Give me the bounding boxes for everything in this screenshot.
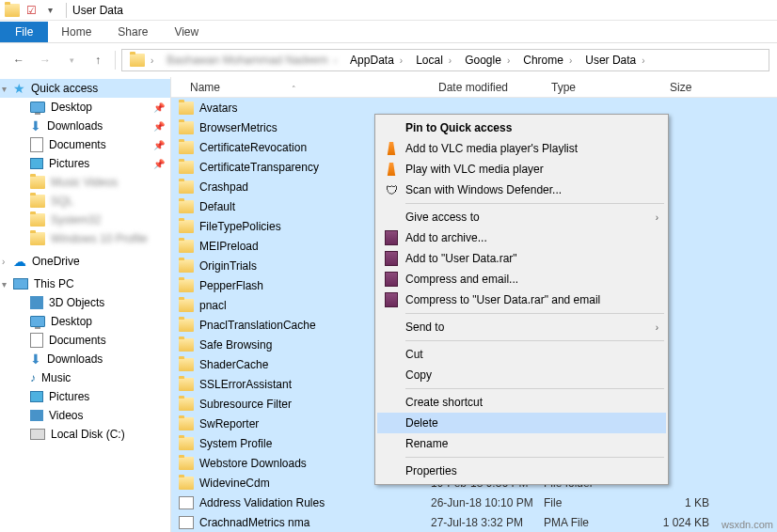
context-menu-item[interactable]: Copy: [377, 365, 666, 385]
folder-icon: [179, 477, 194, 490]
sidebar-item-blur-1[interactable]: SQL: [0, 192, 170, 211]
context-menu-item[interactable]: Create shortcut: [377, 392, 666, 413]
breadcrumb-segment-3[interactable]: Google›: [459, 50, 517, 70]
breadcrumb-segment-0[interactable]: Bashawan Mohammad Nadeem›: [161, 50, 344, 70]
file-name: CrachnadMetrics nma: [199, 516, 309, 529]
sidebar-item-music[interactable]: ♪Music: [0, 368, 170, 387]
disk-icon: [30, 429, 45, 440]
sidebar-item-this-pc[interactable]: ▾This PC: [0, 274, 170, 293]
sidebar-item-desktop[interactable]: Desktop📌: [0, 98, 170, 117]
context-menu-label: Add to VLC media player's Playlist: [405, 142, 578, 155]
folder-icon: [179, 161, 194, 174]
tab-share[interactable]: Share: [104, 22, 161, 42]
pin-icon: 📌: [153, 102, 165, 113]
qat-save-icon[interactable]: ☑: [23, 2, 40, 19]
sidebar-item-pc-documents[interactable]: Documents: [0, 331, 170, 350]
tab-home[interactable]: Home: [48, 22, 104, 42]
sidebar-item-onedrive[interactable]: ›OneDrive: [0, 252, 170, 271]
downloads-icon: ⬇: [30, 118, 41, 133]
column-header-type[interactable]: Type: [544, 81, 662, 94]
column-header-size[interactable]: Size: [662, 81, 719, 94]
context-menu-item[interactable]: Pin to Quick access: [377, 117, 666, 138]
qat-dropdown-icon[interactable]: ▾: [41, 2, 58, 19]
sidebar-item-pictures[interactable]: Pictures📌: [0, 154, 170, 173]
context-menu-item[interactable]: Give access to›: [377, 207, 666, 227]
sidebar-item-blur-3[interactable]: Windows 10 Profile: [0, 229, 170, 248]
documents-icon: [30, 333, 43, 348]
sidebar-item-blur-0[interactable]: Music Videos: [0, 173, 170, 192]
chevron-right-icon[interactable]: ›: [2, 257, 5, 267]
column-header-name[interactable]: Name˄: [171, 81, 431, 94]
context-menu-item[interactable]: Scan with Windows Defender...: [377, 180, 666, 200]
context-menu-item[interactable]: Compress and email...: [377, 269, 666, 289]
file-row[interactable]: Address Validation Rules26-Jun-18 10:10 …: [171, 493, 777, 512]
sidebar-item-documents[interactable]: Documents📌: [0, 135, 170, 154]
context-menu-label: Properties: [405, 464, 457, 477]
vlc-icon: [383, 161, 400, 178]
breadcrumb-segment-5[interactable]: User Data›: [579, 50, 652, 70]
file-icon: [4, 2, 21, 19]
breadcrumb[interactable]: › Bashawan Mohammad Nadeem› AppData› Loc…: [121, 49, 769, 71]
sidebar-item-quick-access[interactable]: ▾ ★ Quick access: [0, 79, 170, 98]
file-row[interactable]: CrachnadMetrics nma27-Jul-18 3:32 PMPMA …: [171, 512, 777, 532]
context-menu-item[interactable]: Add to archive...: [377, 227, 666, 248]
sidebar-item-local-disk[interactable]: Local Disk (C:): [0, 425, 170, 444]
breadcrumb-segment-2[interactable]: Local›: [410, 50, 459, 70]
tab-view[interactable]: View: [161, 22, 212, 42]
file-name: Address Validation Rules: [199, 496, 325, 509]
column-header-date[interactable]: Date modified: [431, 81, 544, 94]
sidebar-item-videos[interactable]: Videos: [0, 406, 170, 425]
context-menu-item[interactable]: Delete: [377, 413, 666, 433]
context-menu-item[interactable]: Compress to "User Data.rar" and email: [377, 289, 666, 310]
breadcrumb-segment-4[interactable]: Chrome›: [517, 50, 579, 70]
context-menu-item[interactable]: Rename: [377, 433, 666, 454]
forward-button[interactable]: →: [34, 49, 56, 71]
context-menu-item[interactable]: Properties: [377, 461, 666, 481]
sidebar-item-downloads[interactable]: ⬇Downloads📌: [0, 117, 170, 135]
file-name: Crashpad: [199, 180, 248, 194]
tab-file[interactable]: File: [0, 22, 48, 42]
shield-icon: [383, 181, 400, 198]
chevron-down-icon[interactable]: ▾: [2, 279, 7, 289]
file-name: Avatars: [199, 102, 237, 115]
breadcrumb-segment-1[interactable]: AppData›: [344, 50, 410, 70]
context-menu-item[interactable]: Play with VLC media player: [377, 159, 666, 180]
file-name: PepperFlash: [199, 279, 263, 292]
pin-icon: 📌: [153, 159, 165, 169]
context-menu-item[interactable]: Cut: [377, 344, 666, 365]
file-icon: [179, 516, 194, 529]
folder-icon: [179, 358, 194, 371]
folder-icon: [179, 299, 194, 312]
sidebar-item-3d-objects[interactable]: 3D Objects: [0, 293, 170, 312]
folder-icon: [30, 232, 45, 245]
context-menu-label: Compress to "User Data.rar" and email: [405, 293, 600, 306]
sidebar-item-pc-pictures[interactable]: Pictures: [0, 387, 170, 406]
downloads-icon: ⬇: [30, 352, 41, 367]
file-name: ShaderCache: [199, 358, 268, 371]
context-menu-item[interactable]: Add to "User Data.rar": [377, 248, 666, 269]
folder-icon: [179, 279, 194, 292]
file-name: WidevineCdm: [199, 477, 270, 490]
this-pc-icon: [13, 278, 28, 289]
sidebar-item-pc-downloads[interactable]: ⬇Downloads: [0, 350, 170, 368]
back-button[interactable]: ←: [8, 49, 30, 71]
folder-icon: [179, 338, 194, 352]
context-menu-item[interactable]: Add to VLC media player's Playlist: [377, 138, 666, 159]
context-menu-label: Send to: [405, 321, 444, 334]
recent-dropdown[interactable]: ▾: [60, 49, 83, 71]
sidebar-item-blur-2[interactable]: System32: [0, 211, 170, 229]
chevron-down-icon[interactable]: ▾: [2, 84, 7, 94]
file-name: MEIPreload: [199, 240, 259, 253]
up-button[interactable]: ↑: [87, 49, 109, 71]
ribbon: File Home Share View: [0, 21, 777, 43]
context-menu-label: Play with VLC media player: [405, 163, 544, 176]
sidebar-item-pc-desktop[interactable]: Desktop: [0, 312, 170, 331]
file-date: 27-Jul-18 3:32 PM: [431, 516, 544, 529]
folder-icon: [179, 102, 194, 115]
context-menu-label: Copy: [405, 368, 432, 382]
nav-bar: ← → ▾ ↑ › Bashawan Mohammad Nadeem› AppD…: [0, 43, 777, 77]
breadcrumb-root-icon[interactable]: ›: [124, 50, 161, 70]
footer-text: wsxdn.com: [722, 519, 773, 530]
context-menu-item[interactable]: Send to›: [377, 317, 666, 337]
winrar-icon: [383, 229, 400, 246]
